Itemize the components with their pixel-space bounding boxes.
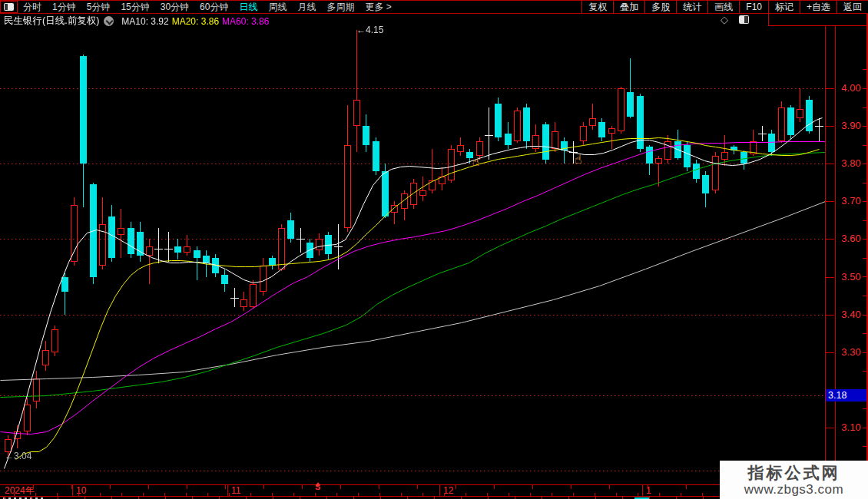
period-tabs: 分时1分钟5分钟15分钟30分钟60分钟日线周线月线多周期更多 > [18, 1, 392, 13]
day-tick [121, 493, 122, 496]
day-tick [100, 493, 101, 496]
price-label: 3.80 [836, 157, 866, 170]
minor-tick [863, 164, 866, 164]
minor-tick [863, 428, 866, 428]
minor-tick [863, 88, 866, 89]
minor-tick [863, 352, 866, 353]
chevron-down-icon[interactable] [104, 16, 114, 26]
price-axis-border-left [825, 25, 826, 484]
day-tick [616, 493, 617, 496]
week-tick [379, 485, 379, 489]
day-tick [702, 493, 703, 496]
sell-signal-marker: S [313, 469, 323, 491]
action-button-多股[interactable]: 多股 [644, 1, 676, 13]
price-tick [826, 315, 834, 316]
day-tick [379, 493, 380, 496]
action-button-标记[interactable]: 标记 [768, 1, 800, 13]
day-tick [530, 493, 531, 496]
day-tick [250, 493, 251, 496]
action-button-+自选[interactable]: +自选 [800, 1, 837, 13]
period-tab-月线[interactable]: 月线 [297, 1, 316, 13]
week-tick [187, 485, 187, 489]
day-tick [465, 493, 466, 496]
day-tick [293, 493, 294, 496]
minor-tick [863, 201, 866, 202]
golden-finger-icon: ☝ [472, 156, 480, 168]
day-tick [164, 493, 165, 496]
price-tick [826, 277, 834, 278]
period-tab-日线[interactable]: 日线 [239, 1, 257, 13]
day-tick [422, 493, 423, 496]
price-label: 3.30 [836, 346, 866, 359]
period-tab-30分钟[interactable]: 30分钟 [161, 1, 189, 13]
week-tick [494, 485, 495, 489]
action-button-F10[interactable]: F10 [739, 1, 768, 13]
diamond-icon[interactable]: ◇ [721, 15, 728, 25]
day-tick [552, 493, 552, 496]
day-tick [487, 493, 488, 496]
low-annotation: ←3.04 [5, 451, 31, 461]
day-tick [509, 493, 509, 496]
week-tick [33, 485, 34, 489]
day-tick [272, 493, 273, 496]
period-tab-分时[interactable]: 分时 [23, 1, 41, 13]
minor-tick [863, 126, 866, 127]
minor-tick [863, 276, 866, 277]
pane-divider [768, 14, 769, 26]
minor-tick [863, 239, 866, 240]
year-label: 2024年 [5, 486, 35, 496]
period-tab-5分钟[interactable]: 5分钟 [87, 1, 111, 13]
period-tab-1分钟[interactable]: 1分钟 [52, 1, 76, 13]
price-label: 3.60 [836, 233, 866, 245]
price-label: 3.90 [836, 120, 866, 132]
price-tick [826, 352, 834, 353]
month-label: 11 [231, 486, 240, 496]
minor-tick [863, 446, 866, 447]
price-label: 4.00 [836, 82, 866, 94]
action-button-叠加[interactable]: 叠加 [613, 1, 644, 13]
ma-label: MA60: 3.86 [222, 16, 269, 27]
day-tick [659, 493, 660, 496]
price-tick [826, 239, 834, 240]
minor-tick [863, 220, 866, 221]
action-button-画线[interactable]: 画线 [707, 1, 739, 13]
period-tab-60分钟[interactable]: 60分钟 [200, 1, 228, 13]
day-tick [78, 493, 79, 496]
week-tick [532, 485, 533, 489]
watermark: 指标公式网 www.zbgs3.com [720, 461, 868, 499]
month-label: 10 [76, 486, 86, 496]
day-tick [595, 493, 595, 496]
toolbar-actions: 复权叠加多股统计画线F10标记+自选返回 [581, 1, 868, 13]
period-tab-周线[interactable]: 周线 [268, 1, 287, 13]
day-tick [401, 493, 402, 496]
action-button-返回[interactable]: 返回 [837, 1, 868, 13]
period-tab-多周期[interactable]: 多周期 [326, 1, 354, 13]
window-split-icon [4, 3, 14, 11]
minor-tick [863, 107, 866, 108]
price-label: 3.10 [836, 421, 866, 434]
week-tick [609, 485, 610, 489]
day-tick [229, 493, 230, 496]
day-tick [444, 493, 445, 496]
candlestick-chart[interactable] [0, 25, 825, 484]
day-tick [57, 493, 58, 496]
chart-header: 民生银行(日线.前复权) MA10: 3.92MA20: 3.86MA60: 3… [4, 15, 269, 26]
period-tab-更多 >[interactable]: 更多 > [365, 1, 391, 13]
pane-icon[interactable] [739, 15, 749, 24]
minor-tick [863, 258, 866, 259]
layout-icon[interactable] [0, 1, 18, 13]
day-tick [143, 493, 144, 496]
month-tick [439, 485, 440, 496]
month-tick [642, 485, 643, 496]
action-button-复权[interactable]: 复权 [581, 1, 613, 13]
minor-tick [863, 296, 866, 296]
day-tick [315, 493, 316, 496]
week-tick [571, 485, 571, 489]
minor-tick [863, 371, 866, 372]
ma-legend: MA10: 3.92MA20: 3.86MA60: 3.86 [118, 14, 269, 28]
minor-tick [863, 145, 866, 146]
price-tick [826, 164, 834, 164]
ma-label: MA20: 3.86 [172, 16, 219, 27]
period-tab-15分钟[interactable]: 15分钟 [121, 1, 149, 13]
action-button-统计[interactable]: 统计 [676, 1, 707, 13]
